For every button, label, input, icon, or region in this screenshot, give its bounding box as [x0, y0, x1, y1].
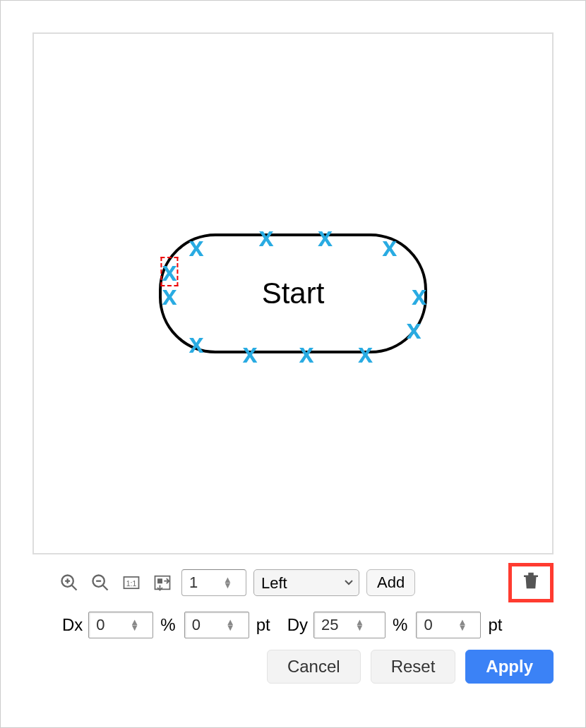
stepper-arrows-icon[interactable]: ▲▼	[226, 619, 235, 631]
percent-unit: %	[157, 615, 179, 635]
pt-unit: pt	[485, 615, 506, 635]
svg-rect-10	[157, 578, 162, 583]
cancel-button[interactable]: Cancel	[267, 650, 361, 684]
dy-percent-value: 25	[321, 616, 351, 634]
add-count-stepper[interactable]: 1 ▲▼	[181, 569, 246, 596]
preview-canvas[interactable]: Start xxxxxxxxxxxx	[32, 32, 554, 554]
delete-button[interactable]	[520, 570, 542, 595]
delete-highlight	[508, 563, 554, 602]
shape-label: Start	[262, 277, 325, 310]
connection-point[interactable]: x	[382, 233, 397, 260]
connection-point[interactable]: x	[189, 330, 204, 357]
stepper-arrows-icon[interactable]: ▲▼	[130, 619, 139, 631]
percent-unit: %	[390, 615, 412, 635]
trash-icon	[520, 570, 542, 591]
toolbar: 1:1 1 ▲▼ Left Add	[57, 567, 554, 598]
add-button[interactable]: Add	[366, 569, 415, 596]
stepper-arrows-icon[interactable]: ▲▼	[355, 619, 364, 631]
connection-point[interactable]: x	[162, 282, 177, 309]
stepper-arrows-icon[interactable]: ▲▼	[458, 619, 467, 631]
edit-connection-points-panel: Start xxxxxxxxxxxx 1:1 1 ▲▼ Left Add	[18, 18, 568, 710]
zoom-fit-icon[interactable]	[150, 571, 174, 595]
svg-line-5	[103, 586, 108, 590]
shape-preview: Start xxxxxxxxxxxx	[159, 233, 427, 353]
direction-select[interactable]: Left	[253, 569, 359, 596]
zoom-in-icon[interactable]	[57, 571, 81, 595]
dx-percent-stepper[interactable]: 0 ▲▼	[88, 612, 153, 638]
connection-point[interactable]: x	[358, 340, 373, 367]
svg-line-1	[72, 586, 77, 590]
connection-point[interactable]: x	[412, 282, 426, 309]
zoom-actual-icon[interactable]: 1:1	[119, 571, 143, 595]
add-count-value: 1	[189, 574, 219, 592]
dx-pt-value: 0	[192, 616, 222, 634]
offset-controls: Dx 0 ▲▼ % 0 ▲▼ pt Dy 25 ▲▼ % 0 ▲▼ pt	[61, 609, 554, 641]
dx-label: Dx	[61, 615, 84, 635]
connection-point[interactable]: x	[243, 340, 258, 367]
connection-point[interactable]: x	[406, 316, 421, 343]
svg-text:1:1: 1:1	[126, 579, 137, 588]
dy-pt-value: 0	[424, 616, 453, 634]
dialog-actions: Cancel Reset Apply	[267, 650, 554, 684]
dy-label: Dy	[286, 615, 309, 635]
apply-button[interactable]: Apply	[465, 650, 554, 684]
reset-button[interactable]: Reset	[371, 650, 456, 684]
dx-percent-value: 0	[96, 616, 126, 634]
dy-pt-stepper[interactable]: 0 ▲▼	[416, 612, 481, 638]
connection-point[interactable]: x	[258, 224, 273, 250]
connection-point[interactable]: x	[318, 224, 333, 250]
zoom-out-icon[interactable]	[88, 571, 112, 595]
connection-point[interactable]: x	[299, 340, 313, 367]
stepper-arrows-icon[interactable]: ▲▼	[223, 577, 232, 588]
dx-pt-stepper[interactable]: 0 ▲▼	[184, 612, 249, 638]
pt-unit: pt	[253, 615, 275, 635]
connection-point[interactable]: x	[189, 233, 204, 260]
dy-percent-stepper[interactable]: 25 ▲▼	[313, 612, 385, 638]
